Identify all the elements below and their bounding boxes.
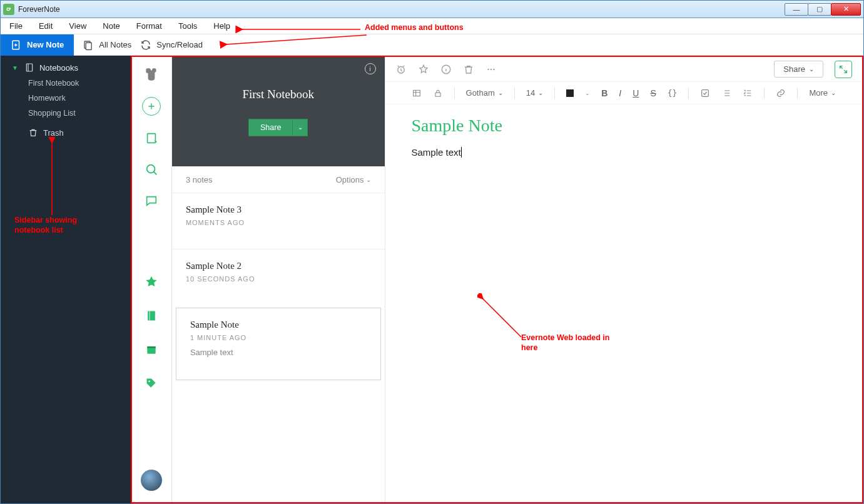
note-list[interactable]: Sample Note 3 MOMENTS AGO Sample Note 2 … bbox=[172, 193, 385, 502]
app-window: ForeverNote — ▢ ✕ File Edit View Note Fo… bbox=[0, 0, 864, 504]
chat-icon[interactable] bbox=[143, 192, 160, 209]
share-dropdown-button[interactable]: ⌄ bbox=[293, 119, 308, 136]
notebook-header: i First Notebook Share ⌄ bbox=[172, 57, 385, 166]
expand-button[interactable] bbox=[835, 61, 852, 78]
sync-icon bbox=[140, 39, 151, 51]
menu-tools[interactable]: Tools bbox=[176, 20, 200, 32]
info-icon[interactable] bbox=[440, 64, 452, 75]
evernote-logo-icon[interactable] bbox=[143, 66, 160, 83]
notes-icon[interactable] bbox=[143, 129, 160, 147]
svg-point-11 bbox=[149, 380, 151, 382]
svg-rect-18 bbox=[435, 93, 440, 96]
user-avatar[interactable] bbox=[141, 470, 162, 491]
chevron-down-icon: ⌄ bbox=[298, 124, 303, 131]
more-format-button[interactable]: More⌄ bbox=[809, 88, 836, 98]
note-list-subheader: 3 notes Options⌄ bbox=[172, 166, 385, 193]
all-notes-button[interactable]: All Notes bbox=[83, 39, 131, 51]
stack-icon[interactable] bbox=[143, 341, 160, 358]
lock-icon[interactable] bbox=[433, 88, 443, 98]
share-notebook-button[interactable]: Share bbox=[248, 119, 293, 136]
all-notes-icon bbox=[83, 39, 94, 51]
new-note-button[interactable]: New Note bbox=[1, 34, 74, 56]
svg-point-15 bbox=[490, 68, 491, 69]
all-notes-label: All Notes bbox=[99, 40, 131, 49]
note-item-title: Sample Note 2 bbox=[186, 261, 371, 271]
svg-rect-19 bbox=[702, 89, 709, 96]
italic-button[interactable]: I bbox=[619, 88, 621, 98]
titlebar: ForeverNote — ▢ ✕ bbox=[1, 1, 863, 18]
list-icon[interactable] bbox=[721, 88, 731, 98]
note-item-selected[interactable]: Sample Note 1 MINUTE AGO Sample text bbox=[176, 308, 381, 380]
menu-view[interactable]: View bbox=[66, 20, 89, 32]
note-item[interactable]: Sample Note 3 MOMENTS AGO bbox=[172, 193, 385, 249]
minimize-button[interactable]: — bbox=[785, 3, 808, 16]
close-button[interactable]: ✕ bbox=[831, 3, 861, 16]
table-icon[interactable] bbox=[412, 88, 422, 98]
shortcuts-icon[interactable] bbox=[143, 273, 160, 291]
font-select[interactable]: Gotham⌄ bbox=[466, 88, 503, 98]
menu-format[interactable]: Format bbox=[134, 20, 165, 32]
chevron-down-icon: ⌄ bbox=[538, 89, 543, 96]
new-note-icon-strip[interactable] bbox=[142, 97, 161, 116]
sidebar-notebooks-header[interactable]: ▼ Notebooks bbox=[1, 59, 131, 76]
sidebar-item-first-notebook[interactable]: First Notebook bbox=[1, 76, 131, 91]
menu-edit[interactable]: Edit bbox=[36, 20, 55, 32]
underline-button[interactable]: U bbox=[633, 88, 639, 98]
editor-toolbar: Share ⌄ bbox=[385, 57, 862, 82]
numbered-list-icon[interactable] bbox=[743, 88, 753, 98]
delete-icon[interactable] bbox=[463, 64, 474, 75]
chevron-down-icon: ⌄ bbox=[498, 89, 503, 96]
menu-note[interactable]: Note bbox=[100, 20, 122, 32]
bold-button[interactable]: B bbox=[601, 88, 607, 98]
code-button[interactable]: {} bbox=[668, 88, 678, 98]
info-icon[interactable]: i bbox=[365, 63, 376, 74]
sync-button[interactable]: Sync/Reload bbox=[140, 39, 203, 51]
new-note-icon bbox=[11, 39, 22, 51]
link-icon[interactable] bbox=[776, 88, 786, 98]
evernote-strip bbox=[132, 57, 172, 502]
sync-label: Sync/Reload bbox=[156, 40, 203, 49]
note-title[interactable]: Sample Note bbox=[412, 116, 836, 136]
tags-icon[interactable] bbox=[143, 375, 160, 392]
sidebar-item-homework[interactable]: Homework bbox=[1, 91, 131, 106]
notebook-icon bbox=[24, 63, 34, 73]
color-swatch[interactable] bbox=[566, 89, 574, 97]
notebooks-icon[interactable] bbox=[143, 307, 160, 325]
note-item-date: 1 MINUTE AGO bbox=[190, 334, 367, 341]
maximize-button[interactable]: ▢ bbox=[808, 3, 831, 16]
note-body[interactable]: Sample text bbox=[412, 147, 836, 158]
menu-file[interactable]: File bbox=[7, 20, 25, 32]
note-item-title: Sample Note bbox=[190, 320, 367, 330]
note-editor: Share ⌄ Gotham⌄ 14⌄ ⌄ bbox=[385, 57, 862, 502]
note-item[interactable]: Sample Note 2 10 SECONDS AGO bbox=[172, 249, 385, 305]
strike-button[interactable]: S bbox=[650, 88, 656, 98]
menu-help[interactable]: Help bbox=[211, 20, 233, 32]
note-item-date: 10 SECONDS AGO bbox=[186, 275, 371, 283]
evernote-embed: i First Notebook Share ⌄ 3 notes Options… bbox=[131, 56, 863, 503]
app-icon bbox=[3, 4, 14, 15]
search-icon[interactable] bbox=[143, 161, 160, 178]
share-note-button[interactable]: Share ⌄ bbox=[774, 61, 823, 78]
sidebar-item-shopping-list[interactable]: Shopping List bbox=[1, 106, 131, 121]
text-cursor bbox=[461, 147, 462, 158]
shortcut-icon[interactable] bbox=[418, 64, 429, 75]
checkbox-icon[interactable] bbox=[700, 88, 710, 98]
options-button[interactable]: Options⌄ bbox=[336, 175, 371, 184]
chevron-down-icon: ⌄ bbox=[831, 89, 836, 96]
chevron-down-icon: ⌄ bbox=[585, 90, 590, 96]
sidebar-trash[interactable]: Trash bbox=[1, 124, 131, 141]
menu-bar: File Edit View Note Format Tools Help bbox=[1, 18, 863, 34]
more-icon[interactable] bbox=[485, 64, 497, 75]
svg-rect-7 bbox=[148, 311, 156, 321]
svg-rect-17 bbox=[413, 90, 420, 96]
notebook-title: First Notebook bbox=[242, 88, 314, 101]
note-list-panel: i First Notebook Share ⌄ 3 notes Options… bbox=[172, 57, 385, 502]
main-area: ▼ Notebooks First Notebook Homework Shop… bbox=[1, 56, 863, 503]
reminder-icon[interactable] bbox=[395, 64, 407, 75]
svg-rect-5 bbox=[148, 134, 156, 143]
svg-rect-10 bbox=[148, 346, 156, 348]
trash-icon bbox=[28, 128, 38, 138]
size-select[interactable]: 14⌄ bbox=[526, 88, 543, 98]
editor-content[interactable]: Sample Note Sample text bbox=[385, 104, 862, 502]
new-note-label: New Note bbox=[27, 40, 64, 49]
